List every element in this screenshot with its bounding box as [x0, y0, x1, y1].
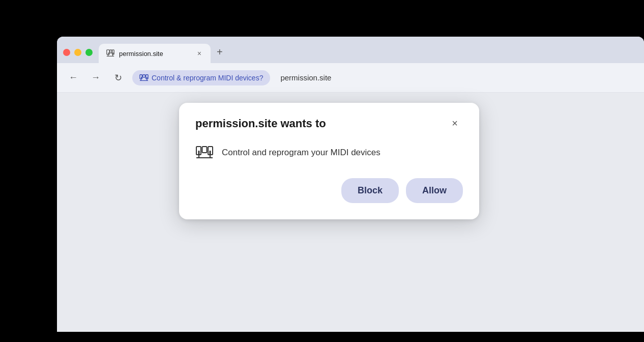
dialog-close-button[interactable]: × — [447, 115, 463, 131]
midi-device-icon — [195, 144, 214, 162]
close-button[interactable] — [63, 49, 70, 56]
permission-dialog: permission.site wants to × Control and r… — [179, 103, 479, 219]
allow-button[interactable]: Allow — [406, 178, 463, 203]
permission-pill-text: Control & reprogram MIDI devices? — [152, 74, 263, 82]
page-content: permission.site wants to × Control and r… — [57, 93, 644, 332]
svg-rect-18 — [202, 147, 207, 153]
window-controls — [63, 49, 93, 63]
browser-window: permission.site × + ← → ↻ — [57, 37, 644, 332]
svg-rect-4 — [113, 52, 114, 54]
maximize-button[interactable] — [85, 49, 93, 56]
dialog-header: permission.site wants to × — [195, 117, 463, 131]
new-tab-button[interactable]: + — [213, 46, 227, 58]
svg-rect-20 — [210, 151, 211, 155]
svg-rect-10 — [143, 74, 145, 77]
active-tab[interactable]: permission.site × — [99, 44, 211, 63]
tab-favicon-icon — [106, 49, 115, 58]
dialog-body: Control and reprogram your MIDI devices — [195, 144, 463, 162]
tab-bar: permission.site × + — [57, 37, 644, 63]
svg-rect-1 — [108, 52, 109, 54]
dialog-actions: Block Allow — [195, 178, 463, 203]
dialog-description: Control and reprogram your MIDI devices — [222, 148, 380, 158]
block-button[interactable]: Block — [341, 178, 399, 203]
tab-close-button[interactable]: × — [195, 49, 203, 58]
address-bar-text: permission.site — [280, 73, 331, 82]
svg-rect-2 — [110, 50, 112, 53]
reload-button[interactable]: ↻ — [110, 70, 126, 86]
minimize-button[interactable] — [74, 49, 81, 56]
svg-rect-9 — [141, 77, 142, 79]
nav-bar: ← → ↻ Control & reprogram MIDI devices? … — [57, 63, 644, 93]
dialog-title: permission.site wants to — [195, 117, 326, 130]
svg-rect-12 — [147, 77, 148, 79]
permission-pill-button[interactable]: Control & reprogram MIDI devices? — [132, 70, 270, 86]
forward-button[interactable]: → — [87, 70, 104, 86]
svg-rect-17 — [198, 151, 200, 155]
permission-pill-midi-icon — [139, 73, 149, 82]
back-button[interactable]: ← — [65, 70, 81, 86]
tab-title: permission.site — [119, 50, 191, 58]
